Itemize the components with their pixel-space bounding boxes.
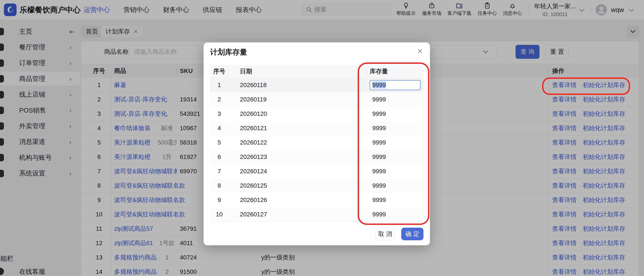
modal-row-date: 20260119 [240,92,267,107]
stock-value: 9999 [372,121,386,136]
modal-row-date: 20260120 [240,107,267,121]
modal-table-row: 8202601259999 [210,178,424,193]
modal-row-index: 1 [210,78,228,92]
modal-row-index: 3 [210,107,228,121]
modal-row-date: 20260122 [240,136,267,150]
modal-row-date: 20260125 [240,178,267,193]
modal-table-row: 6202601239999 [210,150,424,164]
app-root: 乐檬餐饮商户中心 运营中心营销中心财务中心供应链报表中心 搜索 帮助提示 服务市… [0,0,644,276]
stock-value: 9999 [372,164,386,178]
modal-row-date: 20260126 [240,193,267,207]
stock-value: 9999 [372,136,386,150]
modal-row-index: 7 [210,164,228,178]
modal-table-row: 4202601219999 [210,121,424,136]
stock-value: 9999 [372,150,386,164]
modal-row-index: 9 [210,193,228,207]
stock-value: 9999 [372,107,386,121]
modal-row-date: 20260121 [240,121,267,136]
modal-row-index: 4 [210,121,228,136]
modal-row-index: 2 [210,92,228,107]
stock-value: 9999 [372,207,386,222]
modal-row-date: 20260123 [240,150,267,164]
modal-table-row: 7202601249999 [210,164,424,179]
confirm-button[interactable]: 确 定 [401,228,424,240]
modal-table-row: 9202601269999 [210,193,424,208]
modal-col-date: 日期 [240,65,252,78]
stock-input[interactable]: 9999 [370,80,420,90]
modal-col-index: 序号 [210,65,228,78]
modal-table-row: 10202601279999 [210,207,424,222]
modal-close-icon[interactable]: ✕ [417,47,423,56]
modal-row-index: 6 [210,150,228,164]
modal-row-date: 20260127 [240,207,267,222]
modal-title: 计划库存量 [210,47,247,57]
modal-row-date: 20260124 [240,164,267,178]
modal-row-index: 10 [210,207,228,222]
modal-table-row: 2202601199999 [210,92,424,107]
stock-value: 9999 [372,178,386,193]
modal-table-row: 1202601189999 [210,78,424,92]
modal-table-row: 3202601209999 [210,107,424,121]
modal-table-row: 5202601229999 [210,136,424,150]
modal-row-date: 20260118 [240,78,267,92]
modal-col-stock: 库存量 [370,65,388,78]
cancel-button[interactable]: 取 消 [376,228,395,240]
modal-row-index: 5 [210,136,228,150]
stock-value: 9999 [372,193,386,207]
stock-value: 9999 [372,92,386,107]
modal-header-divider [366,68,367,74]
modal-table-header: 序号 日期 库存量 [210,65,424,78]
modal-row-index: 8 [210,178,228,193]
plan-stock-modal: 计划库存量 ✕ 序号 日期 库存量 1202601189999220260119… [204,42,430,245]
selected-text: 9999 [372,82,386,88]
